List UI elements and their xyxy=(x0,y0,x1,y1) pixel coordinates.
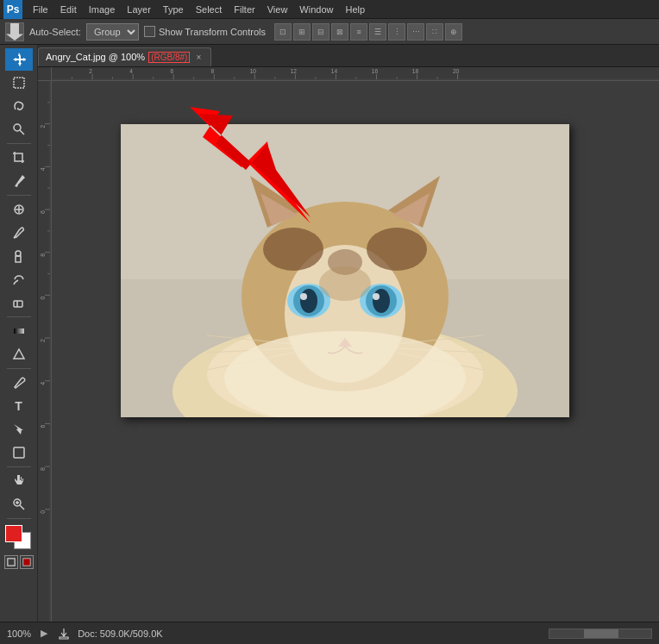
svg-point-94 xyxy=(300,293,307,300)
svg-text:2: 2 xyxy=(40,339,46,342)
doc-size-label: Doc: 509.0K/509.0K xyxy=(78,628,162,639)
mode-icons xyxy=(4,555,34,569)
svg-line-2 xyxy=(20,130,24,134)
svg-text:8: 8 xyxy=(210,68,214,74)
cat-image xyxy=(121,124,569,417)
menu-edit[interactable]: Edit xyxy=(55,3,82,16)
svg-text:4: 4 xyxy=(40,167,46,171)
status-arrow-btn[interactable]: ▶ xyxy=(38,628,50,640)
ps-logo: Ps xyxy=(3,0,22,19)
zoom-btn[interactable] xyxy=(5,493,33,516)
align-left-icon[interactable]: ⊡ xyxy=(274,23,292,41)
svg-point-7 xyxy=(16,251,21,256)
ruler-vertical: 2 4 6 8 0 2 4 6 xyxy=(38,81,52,622)
pen-btn[interactable] xyxy=(5,372,33,394)
document-canvas xyxy=(121,124,569,417)
hand-btn[interactable] xyxy=(5,470,33,492)
svg-text:18: 18 xyxy=(412,68,419,74)
marquee-tool-btn[interactable] xyxy=(5,72,33,94)
tool-separator-4 xyxy=(7,368,31,369)
options-bar: Auto-Select: Group Layer Show Transform … xyxy=(0,19,659,45)
svg-text:2: 2 xyxy=(40,125,46,128)
svg-text:0: 0 xyxy=(40,510,46,514)
tab-color-mode: (RGB/8#) xyxy=(148,52,190,63)
foreground-color-swatch[interactable] xyxy=(5,525,22,542)
magic-wand-btn[interactable] xyxy=(5,118,33,141)
menu-type[interactable]: Type xyxy=(158,3,189,16)
canvas-area: Angry_Cat.jpg @ 100% (RGB/8#) × 2 xyxy=(38,45,659,622)
ruler-horizontal: 2 4 6 8 10 12 14 16 xyxy=(52,67,659,81)
type-btn[interactable]: T xyxy=(5,395,33,417)
svg-text:4: 4 xyxy=(40,382,46,385)
menu-layer[interactable]: Layer xyxy=(122,3,156,16)
svg-point-97 xyxy=(373,289,390,313)
crop-tool-btn[interactable] xyxy=(5,147,33,169)
history-brush-btn[interactable] xyxy=(5,268,33,291)
main-area: T xyxy=(0,45,659,622)
svg-rect-17 xyxy=(7,559,14,566)
menu-image[interactable]: Image xyxy=(84,3,121,16)
path-selection-btn[interactable] xyxy=(5,418,33,441)
menu-select[interactable]: Select xyxy=(191,3,228,16)
gradient-btn[interactable] xyxy=(5,320,33,342)
stamp-btn[interactable] xyxy=(5,245,33,267)
align-middle-icon[interactable]: ≡ xyxy=(350,23,367,41)
transform-controls-checkbox[interactable] xyxy=(144,26,155,37)
group-dropdown[interactable]: Group Layer xyxy=(86,23,139,41)
svg-rect-1 xyxy=(14,78,24,88)
quick-mask-btn[interactable] xyxy=(20,555,34,569)
svg-text:8: 8 xyxy=(40,467,46,471)
svg-text:16: 16 xyxy=(372,68,379,74)
document-tab[interactable]: Angry_Cat.jpg @ 100% (RGB/8#) × xyxy=(38,47,211,66)
eraser-btn[interactable] xyxy=(5,291,33,314)
horizontal-scrollbar[interactable] xyxy=(549,628,652,639)
svg-point-93 xyxy=(300,289,317,313)
align-top-icon[interactable]: ⊠ xyxy=(331,23,348,41)
transform-controls-label: Show Transform Controls xyxy=(159,27,266,37)
svg-point-3 xyxy=(14,124,21,131)
svg-point-106 xyxy=(319,266,371,301)
menu-file[interactable]: File xyxy=(28,3,53,16)
svg-text:4: 4 xyxy=(129,68,133,74)
shape-btn[interactable] xyxy=(5,441,33,464)
tool-separator-1 xyxy=(7,143,31,144)
drawing-area xyxy=(52,81,659,622)
svg-marker-0 xyxy=(6,23,23,41)
align-bottom-icon[interactable]: ☰ xyxy=(369,23,386,41)
svg-rect-51 xyxy=(38,81,52,622)
tab-bar: Angry_Cat.jpg @ 100% (RGB/8#) × xyxy=(38,45,659,67)
distribute-v-icon[interactable]: ⋯ xyxy=(407,23,424,41)
scroll-thumb[interactable] xyxy=(584,629,618,638)
svg-point-89 xyxy=(367,228,427,271)
blur-btn[interactable] xyxy=(5,343,33,366)
export-icon[interactable] xyxy=(57,627,71,641)
menu-filter[interactable]: Filter xyxy=(229,3,260,16)
align-center-icon[interactable]: ⊞ xyxy=(293,23,311,41)
move-tool-btn[interactable] xyxy=(5,48,33,71)
align-right-icon[interactable]: ⊟ xyxy=(312,23,330,41)
tool-separator-5 xyxy=(7,466,31,467)
tab-filename: Angry_Cat.jpg @ 100% xyxy=(46,52,145,62)
healing-btn[interactable] xyxy=(5,198,33,221)
lasso-tool-btn[interactable] xyxy=(5,95,33,117)
svg-line-14 xyxy=(20,505,24,510)
svg-marker-11 xyxy=(14,349,24,359)
menu-help[interactable]: Help xyxy=(340,3,370,16)
eyedropper-btn[interactable] xyxy=(5,170,33,192)
standard-mode-btn[interactable] xyxy=(4,555,18,569)
distribute-option-icon[interactable]: ∷ xyxy=(426,23,443,41)
tool-separator-6 xyxy=(7,518,31,519)
auto-align-icon[interactable]: ⊕ xyxy=(445,23,462,41)
svg-text:8: 8 xyxy=(40,253,46,257)
svg-rect-12 xyxy=(14,447,24,458)
brush-btn[interactable] xyxy=(5,222,33,244)
svg-text:12: 12 xyxy=(291,68,298,74)
menu-window[interactable]: Window xyxy=(294,3,338,16)
distribute-h-icon[interactable]: ⋮ xyxy=(388,23,405,41)
svg-text:20: 20 xyxy=(453,68,460,74)
move-tool-arrow[interactable] xyxy=(5,22,24,41)
menu-view[interactable]: View xyxy=(262,3,293,16)
auto-select-label: Auto-Select: xyxy=(29,27,81,37)
scroll-area xyxy=(170,628,652,639)
tab-close-btn[interactable]: × xyxy=(193,52,204,62)
